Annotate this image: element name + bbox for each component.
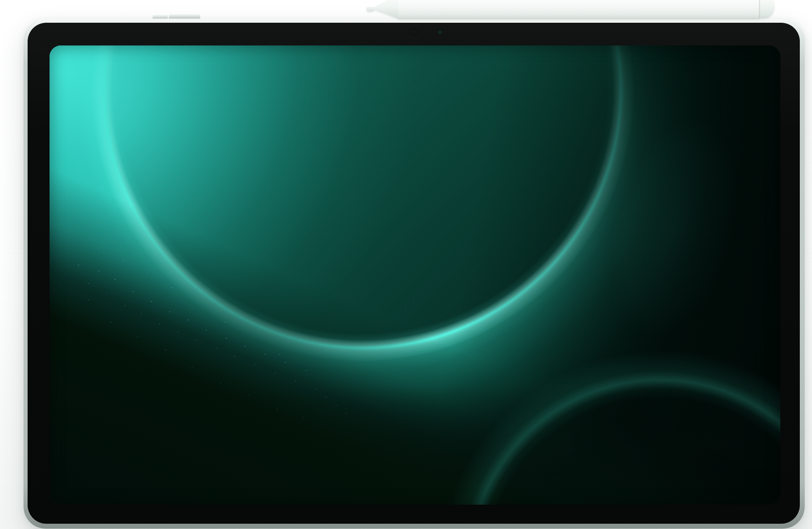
tablet-bezel bbox=[28, 23, 800, 524]
tablet-body bbox=[24, 19, 805, 529]
pen-tip-icon bbox=[367, 7, 374, 11]
stylus-pen bbox=[367, 0, 774, 19]
pen-cone bbox=[371, 0, 400, 19]
tablet-screen bbox=[50, 45, 780, 505]
front-camera-icon bbox=[410, 28, 417, 35]
product-photo-stage bbox=[0, 0, 812, 529]
pen-cap bbox=[760, 0, 774, 18]
wallpaper-dust-speckles bbox=[50, 45, 50, 46]
pen-body bbox=[398, 0, 760, 19]
ambient-sensor-icon bbox=[438, 30, 442, 34]
wallpaper-second-circle bbox=[50, 45, 780, 505]
